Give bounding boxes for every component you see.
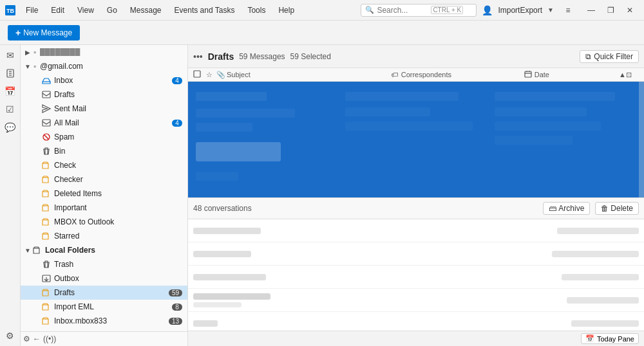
toolbar: + New Message: [0, 21, 644, 45]
message-list: [188, 219, 644, 331]
folder-important[interactable]: Important: [21, 201, 187, 215]
menu-go[interactable]: Go: [102, 5, 122, 16]
search-box[interactable]: 🔍 CTRL + K: [361, 4, 477, 17]
settings-icon[interactable]: ⚙: [3, 328, 18, 343]
more-options-icon[interactable]: •••: [193, 51, 203, 62]
folder-drafts-gmail[interactable]: Drafts: [21, 87, 187, 102]
folder-inbox-mbox833[interactable]: Inbox.mbox833 13: [21, 314, 187, 328]
folder-allmail[interactable]: All Mail 4: [21, 116, 187, 130]
account-name-1: ████████: [40, 48, 185, 56]
hamburger-button[interactable]: ≡: [559, 4, 577, 17]
folder-starred[interactable]: Starred: [21, 229, 187, 243]
quick-filter-button[interactable]: ⧉ Quick Filter: [580, 50, 639, 63]
folder-checker[interactable]: Checker: [21, 172, 187, 187]
new-message-label: New Message: [23, 28, 72, 37]
tag-col[interactable]: 🏷: [391, 71, 401, 78]
folder-outbox-label: Outbox: [54, 274, 185, 283]
sidebar-content: ▶ ⚬ ████████ ▼ ⚬ @gmail.com Inbox 4: [21, 45, 187, 331]
menu-bar: File Edit View Go Message Events and Tas…: [21, 5, 355, 16]
folder-import-eml-label: Import EML: [54, 302, 172, 311]
menu-help[interactable]: Help: [273, 5, 299, 16]
folder-deleted-label: Deleted Items: [54, 189, 185, 198]
address-book-icon[interactable]: [3, 66, 18, 81]
column-headers: ☆ 📎 Subject 🏷 Correspondents Date ▲ ⊡: [188, 68, 644, 82]
search-shortcut: CTRL + K: [431, 6, 463, 14]
settings-footer-icon[interactable]: ⚙: [23, 334, 30, 343]
search-input[interactable]: [377, 6, 428, 15]
signal-footer-icon: ((•)): [43, 334, 56, 343]
folder-inbox[interactable]: Inbox 4: [21, 73, 187, 87]
account-row-1[interactable]: ▶ ⚬ ████████: [21, 45, 187, 59]
table-row[interactable]: [188, 219, 644, 242]
gmail-account-name: @gmail.com: [40, 62, 185, 71]
folder-trash[interactable]: Trash: [21, 257, 187, 271]
sender-text-3: [193, 274, 266, 280]
account-name[interactable]: ImportExport: [498, 6, 542, 15]
sort-icon[interactable]: ▲: [619, 71, 626, 78]
menu-tools[interactable]: Tools: [242, 5, 270, 16]
local-folders-header[interactable]: ▼ Local Folders: [21, 243, 187, 257]
minimize-button[interactable]: —: [582, 4, 600, 17]
app-logo: TB: [5, 5, 15, 15]
preview-col-3: [495, 89, 636, 190]
table-row[interactable]: [188, 266, 644, 289]
account-row-gmail[interactable]: ▼ ⚬ @gmail.com: [21, 59, 187, 73]
msg-date-2: [542, 251, 639, 257]
folder-checker-label: Checker: [54, 175, 185, 184]
svg-rect-7: [43, 91, 50, 98]
menu-view[interactable]: View: [72, 5, 99, 16]
folder-drafts-local[interactable]: Drafts 59: [21, 286, 187, 300]
correspondents-col[interactable]: Correspondents: [401, 71, 524, 78]
menu-file[interactable]: File: [21, 5, 43, 16]
spam-icon: [41, 132, 52, 142]
star-col[interactable]: ☆: [206, 71, 216, 79]
menu-message[interactable]: Message: [125, 5, 167, 16]
drafts-local-icon: [41, 287, 52, 298]
folder-import-eml[interactable]: Import EML 8: [21, 300, 187, 314]
mail-icon[interactable]: ✉: [3, 48, 18, 63]
table-row[interactable]: [188, 289, 644, 312]
table-row[interactable]: [188, 242, 644, 266]
table-row[interactable]: [188, 312, 644, 331]
folder-outbox[interactable]: Outbox: [21, 271, 187, 286]
check-col[interactable]: [193, 70, 206, 79]
folder-mbox-outlook[interactable]: MBOX to Outlook: [21, 215, 187, 229]
icon-bar: ✉ 📅 ☑ 💬 ⚙: [0, 45, 21, 346]
folder-check[interactable]: Check: [21, 158, 187, 172]
calendar-icon[interactable]: 📅: [3, 84, 18, 99]
view-col[interactable]: ⊡: [626, 71, 639, 79]
folder-deleted[interactable]: Deleted Items: [21, 187, 187, 201]
folder-import-eml-badge: 8: [172, 304, 182, 311]
preview-scrollbar[interactable]: [639, 82, 644, 197]
attach-col[interactable]: 📎: [216, 71, 227, 79]
folder-spam-label: Spam: [54, 132, 185, 141]
outbox-icon: [41, 273, 52, 284]
menu-events[interactable]: Events and Tasks: [169, 5, 240, 16]
tasks-icon[interactable]: ☑: [3, 102, 18, 117]
archive-button[interactable]: 🗃 Archive: [543, 202, 590, 215]
folder-spam[interactable]: Spam: [21, 130, 187, 144]
local-folders-icon: [32, 245, 43, 255]
gmail-icon: ⚬: [32, 63, 37, 70]
chat-icon[interactable]: 💬: [3, 120, 18, 135]
restore-button[interactable]: ❐: [601, 4, 620, 17]
folder-sent[interactable]: Sent Mail: [21, 102, 187, 116]
folder-drafts-local-label: Drafts: [54, 288, 169, 297]
folder-sent-label: Sent Mail: [54, 104, 185, 113]
status-bar: 📅 Today Pane: [188, 331, 644, 346]
drafts-gmail-icon: [41, 89, 52, 100]
window-controls: — ❐ ✕: [582, 4, 639, 17]
back-footer-icon[interactable]: ←: [33, 334, 41, 343]
folder-title: Drafts: [208, 51, 234, 62]
account-dropdown-icon[interactable]: ▼: [547, 6, 554, 14]
date-col[interactable]: Date: [535, 71, 616, 78]
folder-starred-label: Starred: [54, 232, 185, 241]
new-message-button[interactable]: + New Message: [8, 25, 80, 41]
close-button[interactable]: ✕: [621, 4, 639, 17]
menu-edit[interactable]: Edit: [46, 5, 70, 16]
delete-button[interactable]: 🗑 Delete: [595, 202, 639, 215]
today-pane-button[interactable]: 📅 Today Pane: [581, 333, 639, 344]
date-col-icon[interactable]: [524, 70, 535, 79]
subject-col[interactable]: Subject: [227, 71, 391, 78]
folder-bin[interactable]: Bin: [21, 144, 187, 158]
